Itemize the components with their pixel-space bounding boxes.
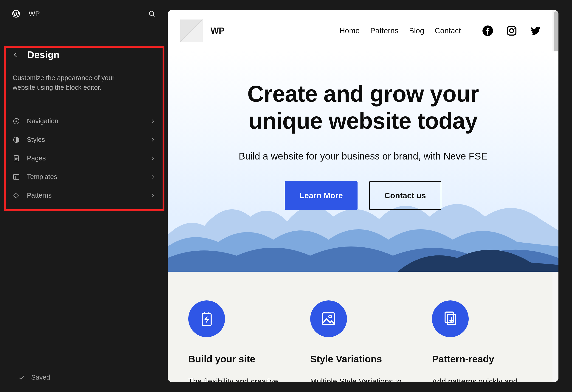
feature-text: Multiple Style Variations to	[310, 376, 416, 382]
battery-icon	[188, 300, 225, 337]
compass-icon	[13, 118, 20, 125]
learn-more-button[interactable]: Learn More	[285, 181, 358, 210]
svg-point-16	[514, 28, 515, 29]
sidebar-item-label: Navigation	[27, 117, 150, 125]
svg-rect-12	[14, 193, 19, 198]
sidebar-item-patterns[interactable]: Patterns	[13, 186, 155, 205]
sidebar-footer: Saved	[0, 363, 168, 392]
sidebar-item-navigation[interactable]: Navigation	[13, 112, 155, 130]
wordpress-logo-icon[interactable]	[12, 9, 21, 18]
svg-rect-20	[323, 313, 334, 325]
sidebar-title: Design	[27, 49, 60, 60]
nav-link-blog[interactable]: Blog	[409, 26, 424, 35]
chevron-right-icon	[150, 175, 155, 179]
svg-point-21	[329, 315, 331, 318]
feature-title: Pattern-ready	[432, 354, 538, 365]
instagram-icon[interactable]	[506, 25, 517, 36]
search-icon[interactable]	[148, 10, 156, 18]
feature-title: Style Variations	[310, 354, 416, 365]
feature-text: The flexibility and creative	[188, 376, 294, 382]
nav-link-contact[interactable]: Contact	[435, 26, 461, 35]
contrast-icon	[13, 136, 20, 143]
sidebar-description: Customize the appearance of your website…	[13, 73, 134, 92]
site-preview[interactable]: WP Home Patterns Blog Contact	[168, 10, 558, 382]
twitter-icon[interactable]	[530, 25, 541, 36]
sidebar-item-styles[interactable]: Styles	[13, 130, 155, 149]
hero-subtitle: Build a website for your business or bra…	[238, 151, 487, 162]
site-title[interactable]: WP	[211, 26, 224, 36]
hero-title: Create and grow your unique website toda…	[225, 80, 501, 134]
image-icon	[310, 300, 347, 337]
svg-point-15	[509, 29, 514, 33]
check-icon	[18, 374, 25, 381]
sidebar-item-label: Styles	[27, 136, 150, 143]
sidebar: WP Design Customize the appearance of yo…	[0, 0, 168, 392]
hero-section: Create and grow your unique website toda…	[168, 51, 558, 272]
features-section: Build your site The flexibility and crea…	[168, 272, 558, 382]
contact-us-button[interactable]: Contact us	[369, 181, 441, 210]
preview-area: WP Home Patterns Blog Contact	[168, 0, 572, 392]
facebook-icon[interactable]	[482, 25, 493, 36]
chevron-right-icon	[150, 119, 155, 124]
svg-point-0	[149, 11, 154, 15]
feature-title: Build your site	[188, 354, 294, 365]
feature-card: Build your site The flexibility and crea…	[188, 300, 294, 382]
svg-line-1	[153, 15, 155, 16]
diamond-icon	[13, 192, 20, 199]
chevron-right-icon	[150, 193, 155, 198]
feature-card: Style Variations Multiple Style Variatio…	[310, 300, 416, 382]
page-icon	[13, 155, 20, 162]
feature-text: Add patterns quickly and	[432, 376, 538, 382]
site-name[interactable]: WP	[29, 10, 40, 18]
back-icon[interactable]	[13, 52, 19, 58]
nav-link-home[interactable]: Home	[339, 26, 360, 35]
chevron-right-icon	[150, 156, 155, 161]
sidebar-item-pages[interactable]: Pages	[13, 149, 155, 168]
sidebar-item-label: Patterns	[27, 192, 150, 199]
site-logo-placeholder[interactable]	[180, 19, 203, 42]
sidebar-item-label: Templates	[27, 173, 150, 181]
top-nav: Home Patterns Blog Contact	[339, 26, 461, 35]
sidebar-item-templates[interactable]: Templates	[13, 168, 155, 186]
saved-label: Saved	[31, 374, 50, 381]
feature-card: Pattern-ready Add patterns quickly and	[432, 300, 538, 382]
chevron-right-icon	[150, 138, 155, 142]
layout-icon	[13, 173, 20, 181]
nav-link-patterns[interactable]: Patterns	[370, 26, 398, 35]
svg-marker-3	[16, 120, 17, 122]
site-header: WP Home Patterns Blog Contact	[168, 10, 558, 51]
download-icon	[432, 300, 469, 337]
svg-rect-9	[14, 174, 19, 179]
sidebar-item-label: Pages	[27, 155, 150, 162]
sidebar-menu: Navigation Styles	[13, 112, 155, 205]
